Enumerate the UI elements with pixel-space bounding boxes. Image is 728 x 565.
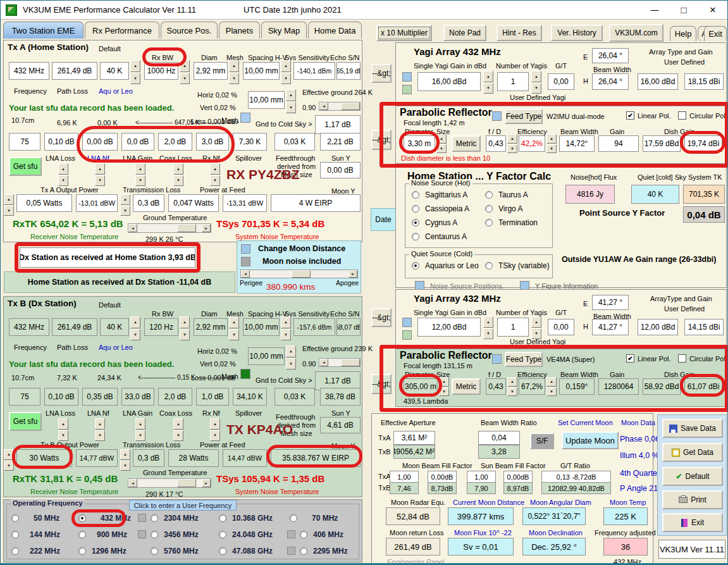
txb-rxnf-field[interactable]: 1,0 dB [196, 388, 229, 406]
txa-coaxloss-spinner[interactable]: ▲▼ [173, 163, 183, 186]
yagi1-gain-field[interactable]: 16,00 dBd [417, 72, 481, 91]
txb-gndtemp-slider[interactable]: ◄► [128, 478, 211, 488]
par1-fd-spinner[interactable]: ▲▼ [507, 134, 517, 153]
tab-help[interactable]: Help [670, 26, 696, 41]
par2-size-spinner[interactable]: ▲▼ [439, 377, 449, 396]
change-moon-distance-indicator[interactable] [241, 244, 250, 254]
txb-lnaloss-field[interactable]: 0,10 dB [44, 388, 78, 406]
txa-default-tk-field[interactable]: 40 K [100, 62, 129, 80]
par1-eff-field[interactable]: 42,2% [519, 135, 545, 152]
par2-metric-button[interactable]: Metric [452, 378, 481, 395]
note-pad-button[interactable]: Note Pad [443, 25, 486, 41]
txb-transloss-spinner[interactable]: ▲▼ [120, 449, 130, 471]
txb-spacing-v-field[interactable]: 10,00 mm [248, 347, 285, 365]
par1-metric-button[interactable]: Metric [452, 135, 481, 152]
txb-power-spinner[interactable]: ▲▼ [4, 449, 14, 471]
tab-two-station-eme[interactable]: Two Station EME [3, 22, 83, 39]
txb-tk-spinner[interactable]: ▲▼ [130, 316, 140, 340]
yagi2-num-spinner[interactable]: ▲▼ [531, 316, 541, 339]
tab-planets[interactable]: Planets [219, 22, 260, 39]
txb-mesh-spinner[interactable]: ▲▼ [229, 316, 239, 340]
radio-aquarius[interactable]: Aquarius or Leo [412, 261, 479, 270]
radio-termination[interactable]: Termination [485, 218, 538, 227]
par2-circular-pol-checkbox[interactable] [678, 354, 686, 363]
update-moon-button[interactable]: Update Moon [562, 432, 619, 449]
txa-rxnf-spinner[interactable]: ▲▼ [210, 163, 220, 186]
save-data-button[interactable]: Save Data [662, 419, 723, 438]
radio-406mhz[interactable]: 406 MHz [300, 530, 343, 539]
yagi1-transfer-button[interactable]: --&gt; [371, 64, 392, 83]
txa-watts-field[interactable]: 0,05 Watts [16, 194, 72, 212]
txb-ground-slider[interactable]: ◄► [319, 358, 361, 367]
txa-lna75-field[interactable]: 75 [9, 133, 40, 151]
txa-tk-spinner[interactable]: ▲▼ [130, 60, 140, 84]
radio-centaurus[interactable]: Centaurus A [412, 232, 467, 241]
txb-spacing-h-field[interactable]: 10,00 mm [243, 318, 280, 336]
par1-transfer-button[interactable]: --&gt; [371, 130, 392, 150]
txb-mesh-indicator[interactable] [240, 369, 250, 379]
moon-distance-slider[interactable]: ◄► [240, 270, 358, 278]
vk3um-com-button[interactable]: VK3UM.com [609, 24, 663, 42]
user-frequency-button[interactable]: Click to enter a User Frequency [129, 500, 237, 511]
txb-lnagain-spinner[interactable]: ▲▼ [135, 418, 145, 441]
tab-exit[interactable]: Exit [704, 26, 727, 41]
radio-144mhz[interactable]: 144 MHz [11, 530, 60, 539]
radio-cassiopeia[interactable]: Cassiopeia A [412, 204, 469, 213]
txb-rxbw-field[interactable]: 120 Hz [144, 318, 178, 336]
yagi2-gain-spinner[interactable]: ▲▼ [483, 316, 493, 339]
yagi2-green-indicator[interactable] [402, 330, 412, 340]
par1-fd-field[interactable]: 0,43 [486, 135, 506, 152]
radio-900mhz[interactable]: 900 MHz [78, 530, 127, 539]
radio-5760mhz[interactable]: 5760 MHz [151, 547, 199, 556]
radio-taurus[interactable]: Taurus A [485, 190, 528, 199]
yagi2-num-field[interactable]: 1 [497, 318, 529, 337]
par1-linear-pol-checkbox[interactable] [626, 111, 634, 120]
txb-diam-field[interactable]: 2,92 mm [194, 318, 228, 336]
moon-noise-indicator[interactable] [241, 257, 250, 266]
maximize-button[interactable]: □ [669, 4, 698, 15]
txa-spacing-v-spinner[interactable]: ▲▼ [286, 89, 296, 113]
yagi2-transfer-button[interactable]: --&gt; [371, 308, 392, 327]
txb-coaxloss-field[interactable]: 2,0 dB [158, 388, 192, 406]
date-button[interactable]: Date [371, 208, 396, 231]
radio-3456mhz[interactable]: 3456 MHz [151, 530, 199, 539]
radio-47088ghz[interactable]: 47.088 GHz [219, 547, 273, 556]
x10-multiplier-button[interactable]: x 10 Multiplier [376, 25, 432, 41]
txa-power-spinner[interactable]: ▲▼ [4, 194, 14, 216]
txb-watts-field[interactable]: 30 Watts [16, 449, 72, 467]
sf-button[interactable]: S/F [530, 433, 554, 449]
txa-lnaloss-field[interactable]: 0,10 dB [44, 133, 78, 151]
yagi1-num-field[interactable]: 1 [497, 72, 529, 91]
radio-sagittarius[interactable]: Sagittarius A [412, 190, 467, 199]
txa-rxbw-spinner[interactable]: ▲▼ [180, 60, 190, 84]
par2-fd-spinner[interactable]: ▲▼ [507, 377, 517, 396]
radio-cygnus[interactable]: Cygnus A [412, 218, 457, 227]
txb-rxbw-spinner[interactable]: ▲▼ [180, 316, 190, 340]
ver-history-button[interactable]: Ver. History [551, 25, 603, 41]
txb-lnanf-spinner[interactable]: ▲▼ [95, 418, 105, 441]
yagi2-blue-indicator[interactable] [402, 318, 412, 327]
txb-transloss-field[interactable]: 0,3 dB [133, 449, 164, 467]
txa-lnagain-field[interactable]: 0,0 dB [121, 133, 154, 151]
txa-spacing-h-spinner[interactable]: ▲▼ [281, 60, 291, 84]
get-data-button[interactable]: Get Data [662, 443, 723, 462]
tab-source-pos[interactable]: Source Pos. [161, 22, 218, 39]
txa-transloss-spinner[interactable]: ▲▼ [120, 194, 130, 216]
txb-getsfu-button[interactable]: Get sfu [9, 412, 42, 431]
par1-circular-pol-checkbox[interactable] [678, 111, 686, 120]
txa-ground-slider[interactable]: ◄► [319, 102, 361, 111]
txa-lnagain-spinner[interactable]: ▲▼ [135, 163, 145, 186]
txa-rxbw-field[interactable]: 1000 Hz [144, 62, 178, 80]
txa-spacing-v-field[interactable]: 10,00 mm [248, 91, 285, 109]
par2-eff-field[interactable]: 67,2% [519, 378, 545, 395]
radio-222mhz[interactable]: 222 MHz [11, 547, 60, 556]
radio-2295mhz[interactable]: 2295 MHz [300, 547, 348, 556]
tab-sky-map[interactable]: Sky Map [261, 22, 307, 39]
txa-spacing-h-field[interactable]: 10,00 mm [243, 62, 280, 80]
par2-fd-field[interactable]: 0,43 [486, 378, 506, 395]
par1-feed-type-button[interactable]: Feed Type [505, 109, 543, 124]
radio-70mhz[interactable]: 70 MHz [290, 514, 338, 523]
radio-432mhz[interactable]: 432 MHz [78, 514, 131, 523]
txa-gndtemp-slider[interactable]: ◄► [128, 223, 211, 233]
par2-diameter-field[interactable]: 305,00 m [404, 378, 438, 395]
